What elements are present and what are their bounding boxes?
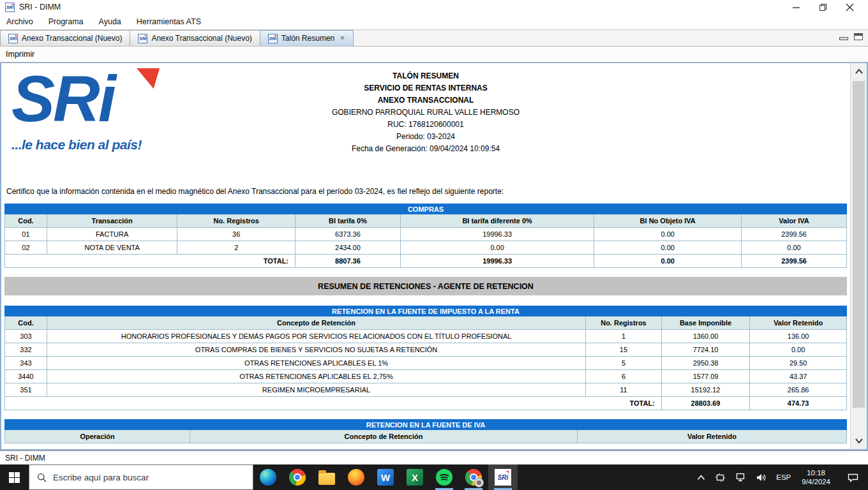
cell: OTRAS COMPRAS DE BIENES Y SERVICIOS NO S… (47, 343, 585, 357)
minimize-icon[interactable] (791, 3, 800, 11)
start-button[interactable] (0, 464, 29, 490)
cell: 343 (5, 357, 47, 370)
vertical-scrollbar[interactable] (850, 63, 867, 449)
cell: 01 (5, 228, 47, 241)
cell: 15192.12 (661, 383, 749, 397)
menu-archivo[interactable]: Archivo (6, 17, 33, 26)
col-header: Operación (5, 430, 190, 443)
col-header: No. Registros (586, 316, 662, 330)
tab-anexo-transaccional-2[interactable]: SRi Anexo Transaccional (Nuevo) (130, 30, 260, 46)
cell: 6373.36 (296, 228, 401, 241)
word-icon: W (377, 469, 394, 486)
app-icon: SRi (5, 3, 15, 12)
total-cell: 2399.56 (742, 255, 847, 268)
col-header: BI tarifa diferente 0% (400, 214, 594, 228)
compras-header-row: Cod. Transacción No. Registros BI tarifa… (5, 214, 847, 228)
col-header: Concepto de Retención (190, 430, 578, 443)
table-row: 332 OTRAS COMPRAS DE BIENES Y SERVICIOS … (5, 343, 847, 357)
close-icon[interactable] (845, 3, 854, 11)
window-title: SRI - DIMM (19, 3, 61, 11)
tray-volume-icon[interactable] (751, 464, 772, 490)
tray-tablet-mode-icon[interactable] (710, 464, 731, 490)
restore-icon[interactable] (818, 3, 827, 11)
taskbar-firefox[interactable] (341, 464, 371, 490)
cell: 2434.00 (296, 241, 401, 255)
cell: 2399.56 (742, 228, 847, 241)
cell: 1 (586, 330, 662, 343)
taskbar-chrome-profile[interactable] (459, 464, 488, 490)
taskbar-spotify[interactable] (430, 464, 459, 490)
sri-logo: SRi ...le hace bien al país! (11, 66, 171, 161)
cell: 136.00 (750, 330, 847, 343)
menu-herramientas-ats[interactable]: Herramientas ATS (137, 17, 201, 26)
imprimir-button[interactable]: Imprimir (6, 50, 34, 59)
taskbar-chrome[interactable] (283, 464, 312, 490)
taskbar-sri-dimm[interactable]: SRi (488, 464, 518, 490)
tab-close-icon[interactable]: ✕ (340, 35, 345, 41)
table-row: 3440 OTRAS RETENCIONES APLICABLES EL 2,7… (5, 370, 847, 383)
action-center-icon[interactable] (837, 464, 868, 490)
search-input[interactable] (53, 473, 219, 482)
sri-dimm-icon: SRi (495, 469, 511, 486)
cell: 7724.10 (661, 343, 749, 357)
taskbar-file-explorer[interactable] (312, 464, 341, 490)
total-cell: 8807.36 (296, 255, 401, 268)
scrollbar-thumb[interactable] (853, 81, 865, 408)
tray-language[interactable]: ESP (772, 464, 795, 490)
cell: 303 (5, 330, 47, 343)
cell: 351 (5, 383, 47, 397)
taskbar-excel[interactable]: X (400, 464, 430, 490)
certification-text: Certifico que la información contenida e… (6, 187, 847, 196)
col-header: Valor IVA (742, 214, 847, 228)
talon-resumen-document: SRi ...le hace bien al país! TALÓN RESUM… (1, 63, 850, 449)
cell: 1577.09 (661, 370, 749, 383)
tab-label: Anexo Transaccional (Nuevo) (151, 34, 251, 43)
tray-clock[interactable]: 10:18 9/4/2024 (795, 468, 837, 486)
cell: 29.50 (750, 357, 847, 370)
renta-total-row: TOTAL: 28803.69 474.73 (5, 397, 847, 410)
windows-logo-icon (9, 472, 20, 483)
cell: 0.00 (400, 241, 594, 255)
report-view: SRi ...le hace bien al país! TALÓN RESUM… (0, 63, 868, 450)
tray-time: 10:18 (802, 468, 830, 477)
tray-network-icon[interactable] (731, 464, 751, 490)
menu-ayuda[interactable]: Ayuda (99, 17, 121, 26)
title-bar: SRi SRI - DIMM (0, 0, 868, 14)
tray-date: 9/4/2024 (802, 477, 830, 486)
tab-label: Anexo Transaccional (Nuevo) (22, 34, 122, 43)
view-maximize-icon[interactable] (854, 33, 863, 40)
total-cell: 28803.69 (661, 397, 749, 410)
sri-tab-icon: SRi (8, 34, 18, 43)
scroll-down-icon[interactable] (851, 434, 867, 448)
cell: FACTURA (47, 228, 177, 241)
view-minimize-icon[interactable] (839, 37, 848, 40)
cell: 02 (5, 241, 47, 255)
menu-bar: Archivo Programa Ayuda Herramientas ATS (0, 14, 868, 29)
table-row: 02 NOTA DE VENTA 2 2434.00 0.00 0.00 0.0… (5, 241, 847, 255)
tab-talon-resumen[interactable]: SRi Talón Resumen ✕ (260, 30, 354, 46)
cell: REGIMEN MICROEMPRESARIAL (47, 383, 585, 397)
tray-chevron-up-icon[interactable] (692, 464, 710, 490)
file-explorer-icon (318, 473, 335, 485)
taskbar-word[interactable]: W (371, 464, 400, 490)
cell: 265.86 (750, 383, 847, 397)
tab-label: Talón Resumen (281, 34, 334, 43)
tab-anexo-transaccional-1[interactable]: SRi Anexo Transaccional (Nuevo) (0, 30, 130, 46)
total-cell: 0.00 (594, 255, 742, 268)
table-row: 303 HONORARIOS PROFESIONALES Y DEMÁS PAG… (5, 330, 847, 343)
cell: 3440 (5, 370, 47, 383)
taskbar-search[interactable] (29, 464, 253, 490)
renta-header-row: Cod. Concepto de Retención No. Registros… (5, 316, 847, 330)
total-cell: 474.73 (750, 397, 847, 410)
cell: 0.00 (594, 228, 742, 241)
cell: 6 (586, 370, 662, 383)
col-header: No. Registros (177, 214, 296, 228)
chrome-icon (289, 469, 306, 486)
taskbar-edge[interactable] (253, 464, 283, 490)
scroll-up-icon[interactable] (851, 64, 867, 78)
menu-programa[interactable]: Programa (49, 17, 84, 26)
cell: 2950.38 (661, 357, 749, 370)
tab-strip: SRi Anexo Transaccional (Nuevo) SRi Anex… (0, 29, 868, 46)
col-header: Cod. (5, 316, 47, 330)
col-header: BI No Objeto IVA (594, 214, 742, 228)
